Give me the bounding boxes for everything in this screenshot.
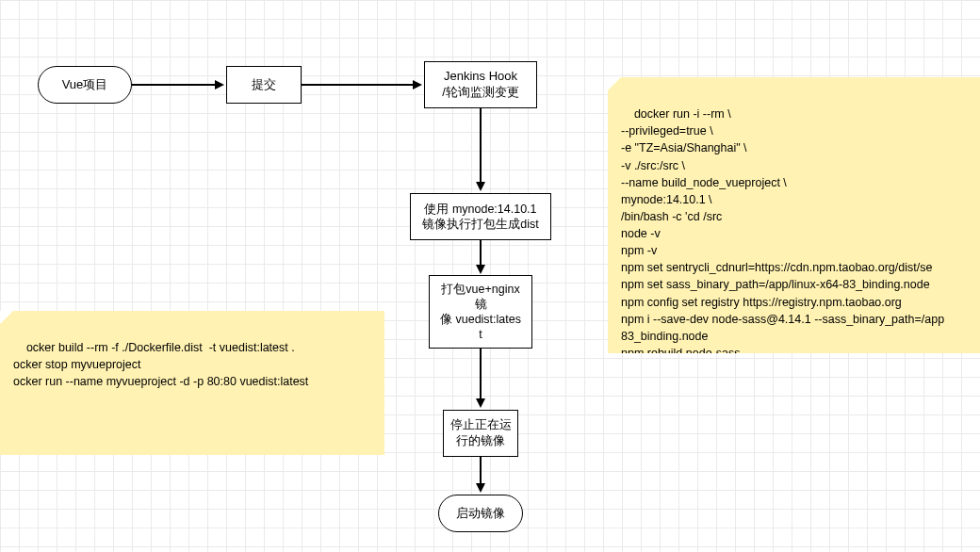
node-use-mynode-label: 使用 mynode:14.10.1 镜像执行打包生成dist (422, 202, 538, 233)
arrow-3-head (476, 182, 485, 191)
node-start-image: 启动镜像 (438, 495, 523, 532)
note-left-text: ocker build --rm -f ./Dockerfile.dist -t… (13, 341, 308, 388)
note-right-text: docker run -i --rm \ --privileged=true \… (621, 107, 944, 353)
arrow-6-head (476, 483, 485, 493)
node-pack-vue-nginx: 打包vue+nginx 镜 像 vuedist:lates t (429, 275, 532, 349)
node-start-image-label: 启动镜像 (456, 506, 505, 522)
arrow-5-head (476, 398, 485, 408)
arrow-3-line (480, 108, 482, 184)
arrow-1-head (215, 80, 224, 89)
diagram-canvas: Vue项目 提交 Jenkins Hook /轮询监测变更 使用 mynode:… (0, 0, 980, 552)
node-jenkins-hook-label: Jenkins Hook /轮询监测变更 (442, 69, 519, 101)
arrow-4-head (476, 265, 485, 274)
node-vue-project-label: Vue项目 (62, 77, 108, 93)
arrow-2-line (302, 84, 415, 86)
arrow-5-line (480, 349, 482, 400)
arrow-4-line (480, 240, 482, 267)
note-left: ocker build --rm -f ./Dockerfile.dist -t… (0, 311, 384, 455)
arrow-6-line (480, 457, 482, 485)
node-jenkins-hook: Jenkins Hook /轮询监测变更 (424, 61, 537, 108)
node-submit-label: 提交 (252, 77, 276, 93)
node-pack-vue-nginx-label: 打包vue+nginx 镜 像 vuedist:lates t (440, 282, 521, 343)
node-stop-running-label: 停止正在运 行的镜像 (450, 417, 512, 449)
arrow-2-head (413, 80, 422, 89)
arrow-1-line (132, 84, 217, 86)
node-use-mynode: 使用 mynode:14.10.1 镜像执行打包生成dist (410, 193, 551, 240)
node-submit: 提交 (226, 66, 302, 104)
note-right: docker run -i --rm \ --privileged=true \… (608, 77, 980, 353)
node-stop-running: 停止正在运 行的镜像 (443, 410, 518, 457)
node-vue-project: Vue项目 (38, 66, 132, 104)
